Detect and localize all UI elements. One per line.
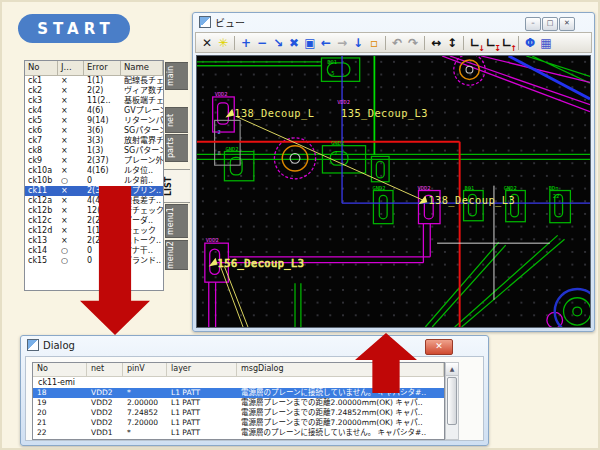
dialog-scrollbar[interactable]: ▲: [445, 362, 459, 440]
pin-label-5: 5: [331, 70, 334, 76]
list-column-Error[interactable]: Error: [84, 61, 121, 75]
dialog-row-22[interactable]: 22VDD1*L1 PATT電源層のプレーンに接続していません。 キャパシタ#.…: [33, 428, 444, 438]
tab-menu1[interactable]: menu1: [165, 204, 188, 238]
list-row-ck5[interactable]: ck5×9(14)リターンパ..: [25, 116, 163, 126]
dialog-column-No[interactable]: No: [33, 363, 87, 376]
move-cross-icon[interactable]: ✖: [286, 35, 302, 51]
cell-no: ck1: [25, 76, 58, 86]
arrow-down-icon[interactable]: ↓: [350, 35, 366, 51]
list-row-ck1[interactable]: ck1×1(1)配線長チェ..: [25, 76, 163, 86]
cell-name: GVプレーン..: [121, 106, 163, 116]
net-label-vdd2: VDD2: [337, 99, 350, 105]
layer-jump-icon[interactable]: ∟↧: [483, 35, 499, 51]
list-column-J...[interactable]: J...: [58, 61, 84, 75]
close-button[interactable]: ✕: [559, 17, 575, 31]
rotate-phi-icon[interactable]: Φ: [522, 35, 538, 51]
layer-up-icon[interactable]: ∟↑: [499, 35, 515, 51]
pan-arrow-icon[interactable]: ↘: [270, 35, 286, 51]
cell-msg: 電源層のプレーンに接続していません。 キャパシタ#..: [237, 388, 444, 398]
measure-horizontal-icon[interactable]: ↔: [428, 35, 444, 51]
dialog-column-layer[interactable]: layer: [167, 363, 237, 376]
net-label-vdd2: VDD2: [206, 237, 219, 243]
dialog-row-21[interactable]: 21VDD27.20000L1 PATT電源層プレーンまでの距離7.20000m…: [33, 418, 444, 428]
list-row-ck13[interactable]: ck13×2(2)ストーク..: [25, 236, 163, 246]
list-row-ck4[interactable]: ck4×4(6)GVプレーン..: [25, 106, 163, 116]
undo-icon[interactable]: ↶: [389, 35, 405, 51]
net-label-vdd2: VDD2: [215, 91, 228, 97]
cell-net: VDD2: [87, 408, 123, 418]
cell-error: 4(6): [84, 106, 121, 116]
cell-error: 4(16): [84, 166, 121, 176]
net-label-gnd2: GND2: [225, 146, 238, 152]
dialog-titlebar[interactable]: Dialog: [21, 336, 488, 354]
dialog-client-area: NonetpinVlayermsgDialog ck11-emi 18VDD2*…: [25, 356, 484, 441]
decoup-label-bottom: 156_Decoup_L3: [218, 257, 305, 270]
net-label-gnd2: GND2: [504, 185, 517, 191]
list-row-ck6[interactable]: ck6×3(6)SGパターン..: [25, 126, 163, 136]
zoom-out-icon[interactable]: −: [254, 35, 270, 51]
tab-net[interactable]: net: [165, 107, 188, 133]
list-row-ck11[interactable]: ck11×2(32)ップリン..: [25, 186, 163, 196]
start-button[interactable]: START: [18, 14, 130, 43]
dialog-column-net[interactable]: net: [87, 363, 123, 376]
fit-view-icon[interactable]: ▣: [302, 35, 318, 51]
scrollbar-thumb[interactable]: [447, 377, 457, 425]
tab-main[interactable]: main: [165, 62, 188, 90]
tab-LIST[interactable]: LIST: [163, 169, 190, 203]
dialog-row-20[interactable]: 20VDD27.24852L1 PATT電源層プレーンまでの距離7.24852m…: [33, 408, 444, 418]
tab-strip: mainnetpartsLISTmenu1menu2: [163, 62, 191, 294]
redo-icon[interactable]: ↷: [405, 35, 421, 51]
arrow-right-icon[interactable]: →: [334, 35, 350, 51]
decoup-label-top-a: 138_Decoup_L: [234, 107, 314, 120]
list-row-ck10b[interactable]: ck10b○0ルタ前..: [25, 176, 163, 186]
list-row-ck12b[interactable]: ck12b×12(1..行チェック: [25, 206, 163, 216]
cell-msg: 電源層プレーンまでの距離2.00000mm(OK) キャパ..: [237, 398, 444, 408]
list-row-ck12d[interactable]: ck12d×1(1)チェック: [25, 226, 163, 236]
tab-menu2[interactable]: menu2: [165, 240, 188, 270]
layer-down-icon[interactable]: ∟↓: [467, 35, 483, 51]
list-row-ck10a[interactable]: ck10a×4(16)ルタ位..: [25, 166, 163, 176]
list-column-No[interactable]: No: [25, 61, 58, 75]
list-row-ck8[interactable]: ck8×1(3)SGパターン..: [25, 146, 163, 156]
region-square-icon[interactable]: ▫: [366, 35, 382, 51]
list-row-ck12c[interactable]: ck12c×2(2)ピーダ..: [25, 216, 163, 226]
dialog-close-button[interactable]: ✕: [425, 339, 453, 355]
list-row-ck12a[interactable]: ck12a×4(4)線長差チ..: [25, 196, 163, 206]
maximize-button[interactable]: □: [542, 17, 558, 31]
check-list-panel: NoJ...ErrorName ck1×1(1)配線長チェ..ck2×2(2)ヴ…: [24, 60, 164, 291]
zoom-in-icon[interactable]: +: [238, 35, 254, 51]
arrow-left-icon[interactable]: ←: [318, 35, 334, 51]
check-list-body: ck1×1(1)配線長チェ..ck2×2(2)ヴィア数チ..ck3×11(2..…: [25, 76, 163, 266]
cell-j: ×: [58, 86, 84, 96]
highlight-star-icon[interactable]: ✳: [215, 35, 231, 51]
layers-icon[interactable]: ▦: [538, 35, 554, 51]
list-column-Name[interactable]: Name: [121, 61, 163, 75]
list-row-ck3[interactable]: ck3×11(2..基板端チェ..: [25, 96, 163, 106]
dialog-row-19[interactable]: 19VDD22.00000L1 PATT電源層プレーンまでの距離2.00000m…: [33, 398, 444, 408]
delete-x-icon[interactable]: ✕: [199, 35, 215, 51]
result-table-body: 18VDD2*L1 PATT電源層のプレーンに接続していません。 キャパシタ#.…: [33, 388, 444, 438]
cell-no: ck11: [25, 186, 58, 196]
dialog-column-pinV[interactable]: pinV: [123, 363, 167, 376]
cell-msg: 電源層プレーンまでの距離7.20000mm(OK) キャパ..: [237, 418, 444, 428]
cell-j: ×: [58, 186, 84, 196]
list-row-ck15[interactable]: ck15○0グランド..: [25, 256, 163, 266]
cell-name: プレーン外..: [121, 156, 163, 166]
list-row-ck7[interactable]: ck7×3(3)放射電界チ..: [25, 136, 163, 146]
pcb-canvas[interactable]: 138_Decoup_L 135_Decoup_L3 138_Decoup_L3…: [196, 55, 591, 328]
list-row-ck2[interactable]: ck2×2(2)ヴィア数チ..: [25, 86, 163, 96]
list-row-ck14[interactable]: ck14○0アナ干..: [25, 246, 163, 256]
cell-no: 19: [33, 398, 87, 408]
dialog-column-msgDialog[interactable]: msgDialog: [237, 363, 444, 376]
tab-parts[interactable]: parts: [165, 134, 188, 162]
pin-label-2: 2: [218, 129, 221, 135]
viewer-window: ビュー –□✕ ✕✳+−↘✖▣←→↓▫↶↷↔↕∟↓∟↧∟↑Φ▦: [192, 12, 595, 332]
layer-up-icon-accent: ↑: [510, 44, 517, 53]
measure-vertical-icon[interactable]: ↕: [444, 35, 460, 51]
net-label-b01: B01: [327, 59, 337, 65]
minimize-button[interactable]: –: [525, 17, 541, 31]
list-row-ck9[interactable]: ck9×2(37)プレーン外..: [25, 156, 163, 166]
pcb-canvas-art: 138_Decoup_L 135_Decoup_L3 138_Decoup_L3…: [197, 56, 590, 327]
viewer-window-buttons: –□✕: [524, 17, 575, 31]
scroll-up-icon[interactable]: ▲: [446, 363, 458, 376]
